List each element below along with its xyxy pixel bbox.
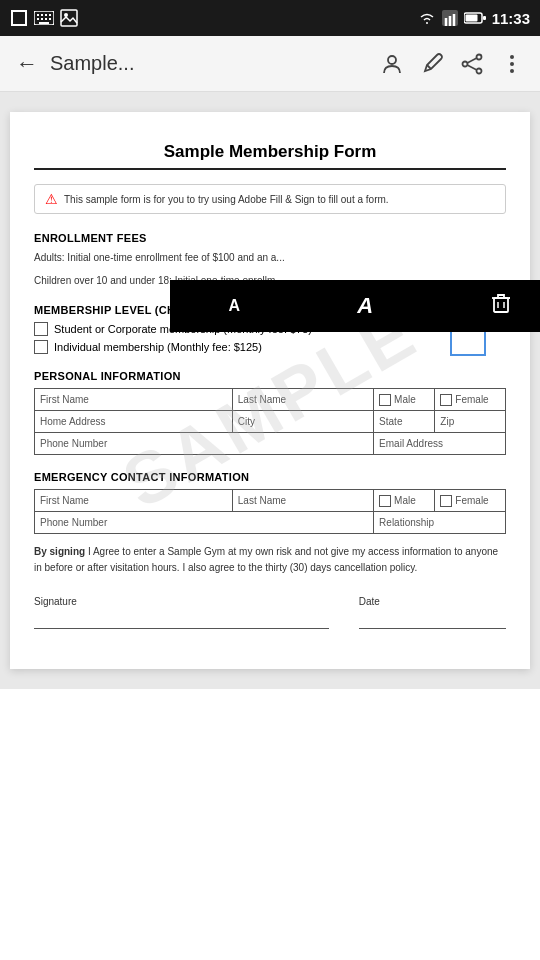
ec-relationship-cell[interactable]: Relationship bbox=[374, 512, 506, 534]
ec-phone-cell[interactable]: Phone Number bbox=[35, 512, 374, 534]
signature-line bbox=[34, 609, 329, 629]
svg-point-21 bbox=[463, 61, 468, 66]
keyboard-icon bbox=[34, 11, 54, 25]
share-icon-button[interactable] bbox=[452, 44, 492, 84]
svg-point-17 bbox=[388, 56, 396, 64]
back-button[interactable]: ← bbox=[8, 43, 46, 85]
personal-info-section: PERSONAL INFORMATION First Name Last Nam… bbox=[34, 370, 506, 455]
floating-toolbar: A A bbox=[170, 280, 540, 332]
state-cell[interactable]: State bbox=[374, 411, 435, 433]
svg-rect-8 bbox=[45, 18, 47, 20]
personal-info-row-3: Phone Number Email Address bbox=[35, 433, 506, 455]
notice-warning-icon: ⚠ bbox=[45, 191, 58, 207]
emergency-row-2: Phone Number Relationship bbox=[35, 512, 506, 534]
ec-male-checkbox[interactable] bbox=[379, 495, 391, 507]
svg-rect-10 bbox=[39, 22, 49, 24]
emergency-contact-table: First Name Last Name Male Female bbox=[34, 489, 506, 534]
svg-rect-15 bbox=[465, 15, 477, 22]
zip-cell[interactable]: Zip bbox=[435, 411, 506, 433]
svg-point-20 bbox=[477, 68, 482, 73]
status-right-icons: 11:33 bbox=[418, 10, 530, 27]
svg-rect-4 bbox=[45, 14, 47, 16]
more-menu-button[interactable] bbox=[492, 44, 532, 84]
ec-last-name-cell[interactable]: Last Name bbox=[232, 490, 373, 512]
pen-icon bbox=[421, 53, 443, 75]
enrollment-fees-text1: Adults: Initial one-time enrollment fee … bbox=[34, 250, 506, 265]
svg-rect-5 bbox=[49, 14, 51, 16]
date-label: Date bbox=[359, 596, 506, 607]
membership-option-2-row: Individual membership (Monthly fee: $125… bbox=[34, 340, 506, 354]
status-left-icons bbox=[10, 9, 78, 27]
doc-title: Sample Membership Form bbox=[34, 142, 506, 170]
signature-field[interactable]: Signature bbox=[34, 596, 329, 629]
svg-rect-6 bbox=[37, 18, 39, 20]
ec-male-cell: Male bbox=[374, 490, 435, 512]
svg-point-26 bbox=[510, 69, 514, 73]
signature-row: Signature Date bbox=[34, 596, 506, 629]
membership-option-2-checkbox[interactable] bbox=[34, 340, 48, 354]
svg-line-23 bbox=[467, 65, 477, 70]
ec-first-name-cell[interactable]: First Name bbox=[35, 490, 233, 512]
svg-line-18 bbox=[427, 65, 431, 69]
svg-rect-2 bbox=[37, 14, 39, 16]
battery-icon bbox=[464, 12, 486, 24]
image-icon bbox=[60, 9, 78, 27]
phone-number-cell[interactable]: Phone Number bbox=[35, 433, 374, 455]
svg-rect-7 bbox=[41, 18, 43, 20]
svg-point-24 bbox=[510, 55, 514, 59]
svg-rect-16 bbox=[483, 16, 486, 20]
emergency-row-1: First Name Last Name Male Female bbox=[35, 490, 506, 512]
agreement-text: By signing I Agree to enter a Sample Gym… bbox=[34, 544, 506, 576]
signal-icon bbox=[442, 10, 458, 26]
svg-point-25 bbox=[510, 62, 514, 66]
nav-title: Sample... bbox=[46, 52, 372, 75]
first-name-cell[interactable]: First Name bbox=[35, 389, 233, 411]
personal-info-row-2: Home Address City State Zip bbox=[35, 411, 506, 433]
notice-text: This sample form is for you to try using… bbox=[64, 194, 389, 205]
svg-rect-0 bbox=[12, 11, 26, 25]
notice-box: ⚠ This sample form is for you to try usi… bbox=[34, 184, 506, 214]
emergency-contact-section: EMERGENCY CONTACT INFORMATION First Name… bbox=[34, 471, 506, 534]
ec-male-label: Male bbox=[394, 495, 416, 506]
enrollment-fees-title: ENROLLMENT FEES bbox=[34, 232, 506, 244]
ec-female-cell: Female bbox=[435, 490, 506, 512]
home-address-cell[interactable]: Home Address bbox=[35, 411, 233, 433]
pen-icon-button[interactable] bbox=[412, 44, 452, 84]
nav-bar: ← Sample... bbox=[0, 36, 540, 92]
city-cell[interactable]: City bbox=[232, 411, 373, 433]
svg-rect-11 bbox=[61, 10, 77, 26]
svg-rect-27 bbox=[494, 298, 508, 312]
person-icon bbox=[381, 53, 403, 75]
document-paper: A A SAMPLE Sample Membership Form ⚠ This… bbox=[10, 112, 530, 669]
male-cell: Male bbox=[374, 389, 435, 411]
emergency-contact-title: EMERGENCY CONTACT INFORMATION bbox=[34, 471, 506, 483]
membership-option-2-label: Individual membership (Monthly fee: $125… bbox=[54, 341, 262, 353]
time-display: 11:33 bbox=[492, 10, 530, 27]
last-name-cell[interactable]: Last Name bbox=[232, 389, 373, 411]
email-address-cell[interactable]: Email Address bbox=[374, 433, 506, 455]
status-bar: 11:33 bbox=[0, 0, 540, 36]
date-field[interactable]: Date bbox=[359, 596, 506, 629]
female-checkbox[interactable] bbox=[440, 394, 452, 406]
svg-rect-3 bbox=[41, 14, 43, 16]
membership-option-1-checkbox[interactable] bbox=[34, 322, 48, 336]
personal-info-row-1: First Name Last Name Male Female bbox=[35, 389, 506, 411]
more-icon bbox=[501, 53, 523, 75]
person-icon-button[interactable] bbox=[372, 44, 412, 84]
share-icon bbox=[461, 53, 483, 75]
svg-line-22 bbox=[467, 58, 477, 63]
wifi-icon bbox=[418, 11, 436, 25]
document-area: A A SAMPLE Sample Membership Form ⚠ This… bbox=[0, 92, 540, 689]
ec-female-label: Female bbox=[455, 495, 488, 506]
ec-female-checkbox[interactable] bbox=[440, 495, 452, 507]
svg-rect-9 bbox=[49, 18, 51, 20]
female-label: Female bbox=[455, 394, 488, 405]
male-label: Male bbox=[394, 394, 416, 405]
text-small-button[interactable]: A bbox=[229, 297, 241, 315]
text-large-button[interactable]: A bbox=[357, 293, 373, 319]
delete-button[interactable] bbox=[490, 292, 512, 320]
date-line bbox=[359, 609, 506, 629]
male-checkbox[interactable] bbox=[379, 394, 391, 406]
trash-icon bbox=[490, 292, 512, 314]
svg-point-19 bbox=[477, 54, 482, 59]
